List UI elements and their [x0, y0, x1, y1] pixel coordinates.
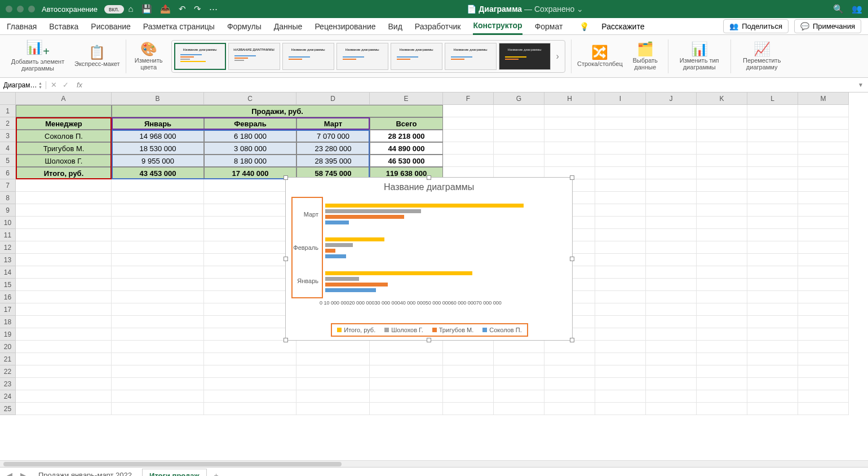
- col-header[interactable]: I: [595, 92, 646, 105]
- chart-style-2[interactable]: НАЗВАНИЕ ДИАГРАММЫ: [228, 43, 280, 70]
- collapse-formula-bar-icon[interactable]: ▼: [858, 82, 868, 88]
- col-header[interactable]: M: [798, 92, 849, 105]
- fx-icon[interactable]: fx: [74, 81, 82, 89]
- cell[interactable]: Март: [296, 117, 370, 130]
- row-header[interactable]: 12: [0, 241, 16, 254]
- switch-row-column-button[interactable]: 🔀 Строка/столбец: [577, 46, 623, 67]
- change-colors-button[interactable]: 🎨 Изменить цвета: [132, 42, 166, 70]
- cell[interactable]: [16, 105, 112, 117]
- cell[interactable]: 28 218 000: [370, 130, 443, 142]
- cell[interactable]: 43 453 000: [112, 167, 204, 179]
- col-header[interactable]: G: [494, 92, 544, 105]
- cell[interactable]: 8 180 000: [204, 155, 296, 167]
- share-icon[interactable]: 📤: [160, 4, 171, 14]
- chart-style-5[interactable]: Название диаграммы: [391, 43, 442, 70]
- cell[interactable]: 6 180 000: [204, 130, 296, 142]
- chart-legend[interactable]: Итого, руб. Шолохов Г. Тригубов М. Сокол…: [331, 323, 528, 337]
- tab-home[interactable]: Главная: [7, 19, 37, 34]
- row-header[interactable]: 14: [0, 266, 16, 279]
- enter-formula-icon[interactable]: ✓: [63, 81, 69, 89]
- row-header[interactable]: 18: [0, 316, 16, 328]
- horizontal-scrollbar[interactable]: [0, 460, 868, 467]
- comments-button[interactable]: 💬 Примечания: [794, 19, 861, 33]
- search-icon[interactable]: 🔍: [833, 4, 844, 14]
- tab-format[interactable]: Формат: [535, 19, 563, 34]
- chart-style-6[interactable]: Название диаграммы: [445, 43, 497, 70]
- cell[interactable]: Февраль: [204, 117, 296, 130]
- row-header[interactable]: 19: [0, 328, 16, 341]
- cell[interactable]: 44 890 000: [370, 142, 443, 155]
- col-header[interactable]: E: [370, 92, 443, 105]
- row-header[interactable]: 3: [0, 130, 16, 142]
- tab-formulas[interactable]: Формулы: [227, 19, 262, 34]
- share-button[interactable]: 👥 Поделиться: [723, 19, 789, 33]
- cell[interactable]: Соколов П.: [16, 130, 112, 142]
- chart-style-7[interactable]: Название диаграммы: [499, 43, 551, 70]
- scrollbar-thumb[interactable]: [3, 462, 342, 466]
- chart-style-1[interactable]: Название диаграммы: [174, 43, 226, 70]
- sheet-tab[interactable]: Продажи январь-март 2022: [32, 469, 139, 476]
- tab-layout[interactable]: Разметка страницы: [143, 19, 215, 34]
- select-data-button[interactable]: 🗂️ Выбрать данные: [628, 42, 662, 70]
- autosave-toggle[interactable]: вкл.: [104, 5, 123, 14]
- select-all-corner[interactable]: [0, 92, 16, 105]
- row-header[interactable]: 10: [0, 217, 16, 229]
- chart-category-axis[interactable]: Март Февраль Январь: [291, 197, 323, 298]
- cell[interactable]: 7 070 000: [296, 130, 370, 142]
- cell[interactable]: Итого, руб.: [16, 167, 112, 179]
- change-chart-type-button[interactable]: 📊 Изменить тип диаграммы: [674, 42, 725, 70]
- row-header[interactable]: 11: [0, 229, 16, 241]
- chart-plot-area[interactable]: [325, 197, 562, 298]
- cell[interactable]: 46 530 000: [370, 155, 443, 167]
- tab-data[interactable]: Данные: [274, 19, 303, 34]
- cell[interactable]: Январь: [112, 117, 204, 130]
- chart-title[interactable]: Название диаграммы: [286, 178, 572, 197]
- cell[interactable]: Тригубов М.: [16, 142, 112, 155]
- cell[interactable]: Всего: [370, 117, 443, 130]
- row-header[interactable]: 5: [0, 155, 16, 167]
- chart-style-4[interactable]: Название диаграммы: [336, 43, 388, 70]
- col-header[interactable]: K: [697, 92, 747, 105]
- col-header[interactable]: L: [747, 92, 798, 105]
- share-people-icon[interactable]: 👥: [852, 4, 862, 14]
- add-sheet-button[interactable]: ＋: [210, 470, 222, 477]
- tab-draw[interactable]: Рисование: [91, 19, 131, 34]
- cell[interactable]: 17 440 000: [204, 167, 296, 179]
- cell[interactable]: Шолохов Г.: [16, 155, 112, 167]
- row-header[interactable]: 13: [0, 254, 16, 266]
- row-header[interactable]: 8: [0, 192, 16, 204]
- row-header[interactable]: 1: [0, 105, 16, 117]
- save-icon[interactable]: 💾: [141, 4, 152, 14]
- sheet-tab-active[interactable]: Итоги продаж: [142, 469, 207, 477]
- row-header[interactable]: 6: [0, 167, 16, 179]
- tab-view[interactable]: Вид: [388, 19, 402, 34]
- row-header[interactable]: 15: [0, 279, 16, 291]
- cell[interactable]: 9 955 000: [112, 155, 204, 167]
- row-header[interactable]: 24: [0, 390, 16, 403]
- row-header[interactable]: 20: [0, 341, 16, 353]
- sheet-prev-icon[interactable]: ◀: [5, 471, 15, 476]
- row-header[interactable]: 16: [0, 291, 16, 303]
- chart-style-3[interactable]: Название диаграммы: [282, 43, 334, 70]
- row-header[interactable]: 4: [0, 142, 16, 155]
- chart-value-axis[interactable]: 0 10 000 00020 000 00030 000 00040 000 0…: [320, 300, 562, 306]
- col-header[interactable]: F: [443, 92, 494, 105]
- row-header[interactable]: 2: [0, 117, 16, 130]
- row-header[interactable]: 21: [0, 353, 16, 365]
- tab-review[interactable]: Рецензирование: [315, 19, 375, 34]
- col-header[interactable]: C: [204, 92, 296, 105]
- row-header[interactable]: 7: [0, 179, 16, 192]
- chart-styles-gallery[interactable]: Название диаграммы НАЗВАНИЕ ДИАГРАММЫ На…: [171, 40, 565, 73]
- row-header[interactable]: 17: [0, 303, 16, 316]
- cell-merged-title[interactable]: Продажи, руб.: [112, 105, 443, 117]
- tellme-label[interactable]: Расскажите: [601, 22, 644, 31]
- row-header[interactable]: 9: [0, 204, 16, 217]
- chart-object[interactable]: Название диаграммы Март Февраль Январь 0…: [285, 177, 573, 341]
- cell[interactable]: 3 080 000: [204, 142, 296, 155]
- sheet-next-icon[interactable]: ▶: [18, 471, 28, 476]
- home-icon[interactable]: ⌂: [129, 4, 134, 14]
- name-box[interactable]: Диаграм… ▲▼: [0, 81, 46, 89]
- cell[interactable]: 18 530 000: [112, 142, 204, 155]
- col-header[interactable]: J: [646, 92, 697, 105]
- col-header[interactable]: A: [16, 92, 112, 105]
